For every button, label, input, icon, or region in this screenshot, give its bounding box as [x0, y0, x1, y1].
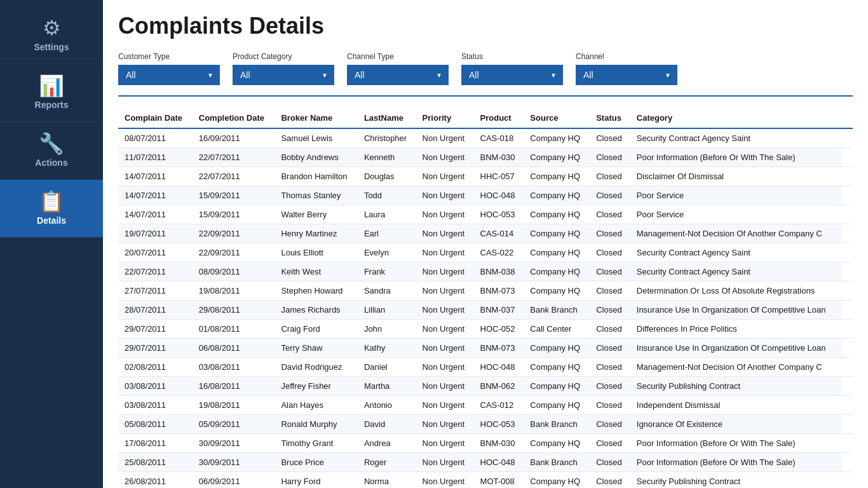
- table-row[interactable]: 22/07/201108/09/2011Keith WestFrankNon U…: [118, 262, 853, 281]
- cell-source: Company HQ: [524, 339, 590, 358]
- cell-source: Company HQ: [524, 472, 590, 489]
- table-row[interactable]: 27/07/201119/08/2011Stephen HowardSandra…: [118, 281, 853, 301]
- filter-customer-type-label: Customer Type: [118, 52, 220, 61]
- sidebar-item-reports[interactable]: 📊 Reports: [0, 64, 103, 122]
- cell-product: HOC-048: [474, 453, 524, 472]
- filter-channel-wrapper[interactable]: All: [576, 65, 677, 85]
- cell-completion-date: 03/08/2011: [193, 358, 275, 377]
- sidebar-item-details[interactable]: 📋 Details: [0, 180, 103, 238]
- cell-status: Closed: [590, 281, 630, 301]
- cell-completion-date: 06/09/2011: [193, 472, 275, 489]
- cell-source: Bank Branch: [524, 453, 590, 472]
- cell-status: Closed: [590, 243, 630, 262]
- table-row[interactable]: 19/07/201122/09/2011Henry MartinezEarlNo…: [118, 224, 853, 243]
- filter-status-select[interactable]: All: [461, 65, 563, 85]
- filter-channel-type-select[interactable]: All: [347, 65, 449, 85]
- filter-customer-type-wrapper[interactable]: All: [118, 65, 220, 85]
- cell-priority: Non Urgent: [416, 472, 474, 489]
- cell-source: Bank Branch: [524, 301, 590, 320]
- table-row[interactable]: 03/08/201116/08/2011Jeffrey FisherMartha…: [118, 377, 853, 396]
- cell-lastname: Lillian: [358, 301, 416, 320]
- table-container[interactable]: Complain DateCompletion DateBroker NameL…: [118, 108, 853, 488]
- sidebar-item-label-reports: Reports: [35, 100, 69, 110]
- col-header-complain-date: Complain Date: [118, 108, 193, 128]
- cell-lastname: Laura: [358, 205, 416, 224]
- sidebar-item-actions[interactable]: 🔧 Actions: [0, 122, 103, 180]
- table-row[interactable]: 14/07/201115/09/2011Thomas StanleyToddNo…: [118, 186, 853, 205]
- table-row[interactable]: 02/08/201103/08/2011David RodriguezDanie…: [118, 358, 853, 377]
- cell-category: Security Contract Agency Saint: [630, 243, 843, 262]
- filter-channel-type-wrapper[interactable]: All: [347, 65, 449, 85]
- table-row[interactable]: 17/08/201130/09/2011Timothy GrantAndreaN…: [118, 434, 853, 453]
- cell-status: Closed: [590, 453, 630, 472]
- cell-source: Company HQ: [524, 167, 590, 186]
- cell-broker-name: Alan Hayes: [275, 396, 357, 415]
- cell-complain-date: 03/08/2011: [118, 396, 193, 415]
- cell-source: Company HQ: [524, 358, 590, 377]
- cell-completion-date: 22/07/2011: [193, 148, 275, 167]
- cell-completion-date: 15/09/2011: [193, 186, 275, 205]
- filter-product-category-select[interactable]: All: [233, 65, 334, 85]
- table-row[interactable]: 25/08/201130/09/2011Bruce PriceRogerNon …: [118, 453, 853, 472]
- cell-priority: Non Urgent: [416, 377, 474, 396]
- cell-broker-name: Craig Ford: [275, 320, 357, 339]
- cell-status: Closed: [590, 415, 630, 434]
- table-row[interactable]: 03/08/201119/08/2011Alan HayesAntonioNon…: [118, 396, 853, 415]
- cell-completion-date: 30/09/2011: [193, 453, 275, 472]
- cell-broker-name: Timothy Grant: [275, 434, 357, 453]
- cell-completion-date: 16/09/2011: [193, 128, 275, 148]
- cell-category: Ignorance Of Existence: [630, 415, 843, 434]
- table-row[interactable]: 29/07/201106/08/2011Terry ShawKathyNon U…: [118, 339, 853, 358]
- cell-completion-date: 01/08/2011: [193, 320, 275, 339]
- cell-lastname: Evelyn: [358, 243, 416, 262]
- cell-priority: Non Urgent: [416, 339, 474, 358]
- table-row[interactable]: 20/07/201122/09/2011Louis ElliottEvelynN…: [118, 243, 853, 262]
- cell-lastname: Antonio: [358, 396, 416, 415]
- cell-complain-date: 05/08/2011: [118, 415, 193, 434]
- cell-product: HOC-052: [474, 320, 524, 339]
- cell-category: Security Publishing Contract: [630, 377, 843, 396]
- cell-category: Security Contract Agency Saint: [630, 262, 843, 281]
- cell-priority: Non Urgent: [416, 167, 474, 186]
- cell-complain-date: 19/07/2011: [118, 224, 193, 243]
- cell-completion-date: 08/09/2011: [193, 262, 275, 281]
- cell-broker-name: Bruce Price: [275, 453, 357, 472]
- scroll-indicator-col: [843, 108, 853, 128]
- table-row[interactable]: 05/08/201105/09/2011Ronald MurphyDavidNo…: [118, 415, 853, 434]
- table-row[interactable]: 14/07/201115/09/2011Walter BerryLauraNon…: [118, 205, 853, 224]
- cell-completion-date: 05/09/2011: [193, 415, 275, 434]
- cell-complain-date: 08/07/2011: [118, 128, 193, 148]
- cell-priority: Non Urgent: [416, 320, 474, 339]
- table-row[interactable]: 29/07/201101/08/2011Craig FordJohnNon Ur…: [118, 320, 853, 339]
- cell-completion-date: 22/07/2011: [193, 167, 275, 186]
- main-content: Complaints Details Customer Type All Pro…: [103, 0, 868, 488]
- cell-complain-date: 22/07/2011: [118, 262, 193, 281]
- cell-product: CAS-012: [474, 396, 524, 415]
- cell-lastname: Roger: [358, 453, 416, 472]
- cell-broker-name: Jeffrey Fisher: [275, 377, 357, 396]
- table-row[interactable]: 26/08/201106/09/2011Harry FordNormaNon U…: [118, 472, 853, 489]
- filter-status-wrapper[interactable]: All: [461, 65, 563, 85]
- cell-product: BNM-030: [474, 148, 524, 167]
- cell-broker-name: David Rodriguez: [275, 358, 357, 377]
- col-header-lastname: LastName: [358, 108, 416, 128]
- cell-product: CAS-022: [474, 243, 524, 262]
- table-row[interactable]: 08/07/201116/09/2011Samuel LewisChristop…: [118, 128, 853, 148]
- cell-category: Security Contract Agency Saint: [630, 128, 843, 148]
- cell-source: Company HQ: [524, 243, 590, 262]
- filter-channel-select[interactable]: All: [576, 65, 677, 85]
- table-row[interactable]: 11/07/201122/07/2011Bobby AndrewsKenneth…: [118, 148, 853, 167]
- filter-customer-type-select[interactable]: All: [118, 65, 220, 85]
- cell-lastname: Todd: [358, 186, 416, 205]
- filter-customer-type: Customer Type All: [118, 52, 220, 85]
- cell-complain-date: 03/08/2011: [118, 377, 193, 396]
- table-row[interactable]: 28/07/201129/08/2011James RichardsLillia…: [118, 301, 853, 320]
- filter-product-category-wrapper[interactable]: All: [233, 65, 334, 85]
- sidebar-item-settings[interactable]: ⚙ Settings: [0, 6, 103, 64]
- cell-complain-date: 17/08/2011: [118, 434, 193, 453]
- cell-category: Poor Information (Before Or With The Sal…: [630, 453, 843, 472]
- cell-category: Poor Service: [630, 205, 843, 224]
- table-row[interactable]: 14/07/201122/07/2011Brandon HamiltonDoug…: [118, 167, 853, 186]
- cell-lastname: Andrea: [358, 434, 416, 453]
- cell-source: Bank Branch: [524, 415, 590, 434]
